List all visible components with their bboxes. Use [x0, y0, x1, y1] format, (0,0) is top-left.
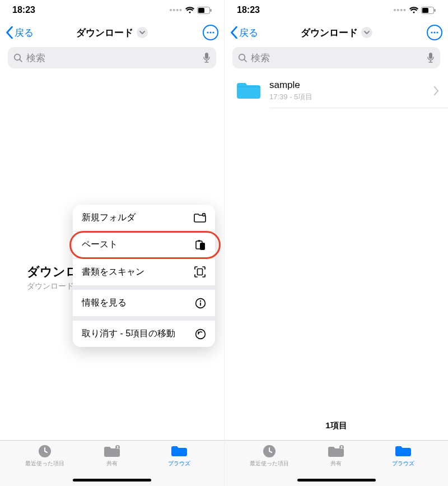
- search-icon: [13, 53, 23, 63]
- status-bar: 18:23 ••••: [225, 0, 448, 20]
- svg-rect-12: [200, 243, 205, 250]
- svg-point-25: [433, 31, 435, 33]
- cellular-dots-icon: ••••: [393, 6, 407, 15]
- status-icons: ••••: [393, 6, 436, 15]
- search-field[interactable]: 検索: [8, 47, 216, 68]
- svg-point-5: [212, 31, 214, 33]
- ellipsis-icon: [431, 31, 438, 34]
- svg-rect-2: [211, 9, 212, 12]
- folder-plus-icon: [194, 213, 206, 223]
- cellular-dots-icon: ••••: [169, 6, 183, 15]
- menu-label: ペースト: [82, 239, 118, 251]
- search-placeholder: 検索: [251, 52, 423, 64]
- svg-rect-16: [200, 302, 201, 306]
- home-indicator[interactable]: [297, 479, 376, 482]
- menu-info[interactable]: 情報を見る: [73, 290, 215, 316]
- svg-point-20: [117, 446, 119, 447]
- menu-label: 書類をスキャン: [82, 266, 144, 278]
- undo-icon: [195, 328, 206, 340]
- svg-rect-29: [429, 53, 432, 59]
- mic-icon[interactable]: [427, 52, 435, 63]
- context-menu: 新規フォルダ ペースト 書類をスキャン 情報を見る 取り消す - 5項目の移動: [73, 205, 215, 347]
- folder-name: sample: [269, 80, 426, 91]
- clipboard-icon: [195, 239, 206, 251]
- row-separator: [269, 108, 448, 108]
- ellipsis-icon: [207, 31, 214, 34]
- menu-label: 取り消す - 5項目の移動: [82, 328, 175, 340]
- screen-left: 18:23 •••• 戻る ダウンロード 検索 ダウンロ ダウンロード: [0, 0, 224, 486]
- home-indicator[interactable]: [73, 479, 151, 482]
- shared-folder-icon: [328, 445, 344, 458]
- battery-icon: [421, 7, 436, 14]
- title-dropdown[interactable]: [361, 27, 372, 38]
- tab-recents[interactable]: 最近使った項目: [244, 444, 295, 486]
- svg-point-32: [341, 446, 343, 447]
- svg-point-4: [209, 31, 211, 33]
- status-icons: ••••: [169, 6, 212, 15]
- tab-bar: 最近使った項目 共有 ブラウズ: [0, 440, 224, 486]
- svg-rect-8: [205, 53, 208, 59]
- svg-rect-22: [422, 8, 428, 13]
- folder-meta: 17:39 - 5項目: [269, 92, 426, 102]
- shared-folder-icon: [104, 445, 120, 458]
- folder-icon: [171, 445, 188, 458]
- status-time: 18:23: [12, 5, 35, 15]
- scan-icon: [194, 266, 206, 278]
- chevron-right-icon: [434, 86, 439, 95]
- screen-right: 18:23 •••• 戻る ダウンロード 検索 sample 17:: [224, 0, 448, 486]
- tab-label: ブラウズ: [392, 460, 414, 468]
- tab-label: 最近使った項目: [25, 460, 64, 468]
- svg-point-15: [200, 300, 201, 301]
- nav-bar: 戻る ダウンロード: [0, 20, 224, 45]
- svg-rect-11: [198, 240, 200, 242]
- tab-label: 共有: [330, 460, 342, 468]
- tab-label: 共有: [106, 460, 118, 468]
- chevron-down-icon: [364, 30, 370, 35]
- page-title: ダウンロード: [301, 26, 358, 39]
- svg-line-7: [20, 59, 22, 62]
- battery-icon: [197, 7, 212, 14]
- menu-undo[interactable]: 取り消す - 5項目の移動: [73, 321, 215, 347]
- svg-rect-23: [435, 9, 436, 12]
- tab-browse[interactable]: ブラウズ: [378, 444, 428, 486]
- chevron-left-icon: [230, 26, 238, 39]
- tab-recents[interactable]: 最近使った項目: [20, 444, 70, 486]
- wifi-icon: [409, 6, 419, 14]
- svg-rect-1: [198, 8, 204, 13]
- wifi-icon: [185, 6, 195, 14]
- more-button[interactable]: [203, 25, 218, 40]
- search-placeholder: 検索: [26, 52, 199, 64]
- nav-bar: 戻る ダウンロード: [225, 20, 448, 45]
- clock-icon: [262, 444, 277, 459]
- tab-bar: 最近使った項目 共有 ブラウズ: [225, 440, 448, 486]
- title-dropdown[interactable]: [137, 27, 148, 38]
- info-icon: [195, 298, 206, 309]
- tab-label: ブラウズ: [168, 460, 190, 468]
- clock-icon: [38, 444, 52, 459]
- folder-icon: [395, 445, 412, 458]
- back-button[interactable]: 戻る: [230, 26, 258, 39]
- mic-icon[interactable]: [203, 52, 211, 63]
- folder-icon: [236, 80, 262, 101]
- back-label: 戻る: [239, 26, 258, 39]
- svg-point-26: [436, 31, 438, 33]
- svg-point-17: [196, 329, 206, 339]
- menu-scan[interactable]: 書類をスキャン: [73, 258, 215, 285]
- tab-browse[interactable]: ブラウズ: [154, 444, 204, 486]
- svg-line-28: [244, 59, 246, 62]
- chevron-left-icon: [6, 26, 13, 39]
- menu-label: 新規フォルダ: [82, 212, 136, 224]
- folder-row[interactable]: sample 17:39 - 5項目: [225, 74, 448, 108]
- status-time: 18:23: [237, 5, 260, 15]
- more-button[interactable]: [427, 25, 442, 40]
- search-field[interactable]: 検索: [232, 47, 440, 68]
- status-bar: 18:23 ••••: [0, 0, 224, 20]
- back-button[interactable]: 戻る: [6, 26, 34, 39]
- page-title: ダウンロード: [76, 26, 133, 39]
- menu-label: 情報を見る: [82, 297, 127, 309]
- svg-point-3: [207, 31, 208, 33]
- svg-point-24: [431, 31, 432, 33]
- menu-new-folder[interactable]: 新規フォルダ: [73, 205, 215, 231]
- item-count: 1項目: [225, 420, 448, 431]
- menu-paste[interactable]: ペースト: [73, 232, 215, 258]
